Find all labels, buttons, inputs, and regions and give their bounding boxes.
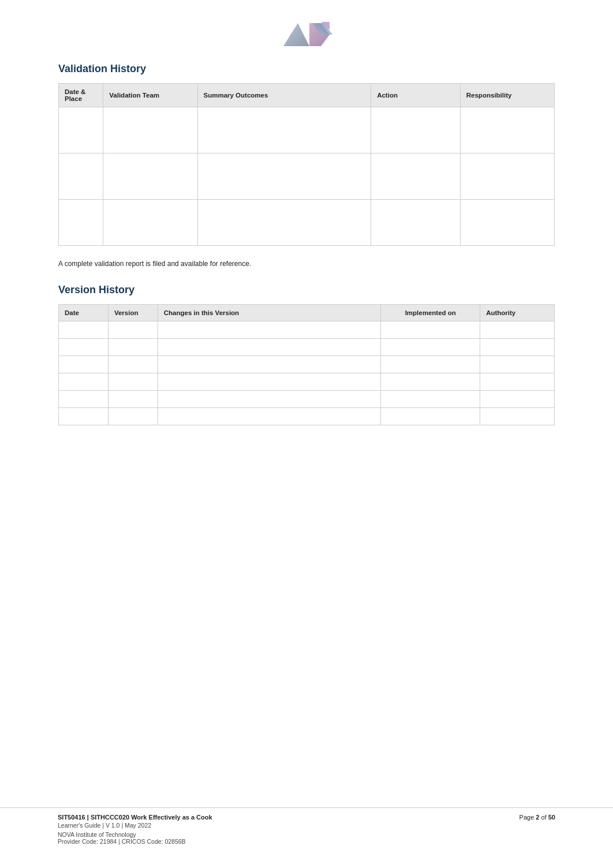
- footer-page-info: Page 2 of 50: [519, 814, 555, 821]
- ver-header-implemented: Implemented on: [381, 305, 480, 321]
- vh-cell: [103, 107, 197, 154]
- logo-icon: [278, 17, 335, 51]
- table-row: [59, 373, 555, 391]
- ver-cell: [158, 391, 381, 408]
- logo-container: [58, 17, 555, 53]
- ver-cell: [381, 373, 480, 391]
- vh-header-action: Action: [371, 84, 461, 107]
- validation-history-table: Date & Place Validation Team Summary Out…: [58, 83, 555, 246]
- ver-cell: [108, 356, 158, 373]
- ver-cell: [59, 408, 109, 425]
- table-row: [59, 107, 555, 154]
- vh-header-team: Validation Team: [103, 84, 197, 107]
- vh-cell: [103, 154, 197, 200]
- vh-cell: [197, 200, 371, 246]
- table-row: [59, 339, 555, 356]
- ver-cell: [108, 408, 158, 425]
- ver-cell: [480, 321, 555, 339]
- ver-cell: [480, 408, 555, 425]
- vh-header-summary: Summary Outcomes: [197, 84, 371, 107]
- vh-cell: [460, 154, 554, 200]
- footer: SIT50416 | SITHCCC020 Work Effectively a…: [0, 807, 613, 845]
- footer-guide-info: Learner's Guide | V 1.0 | May 2022: [58, 822, 212, 829]
- ver-header-version: Version: [108, 305, 158, 321]
- vh-cell: [460, 200, 554, 246]
- vh-cell: [103, 200, 197, 246]
- version-history-table: Date Version Changes in this Version Imp…: [58, 304, 555, 425]
- ver-cell: [381, 321, 480, 339]
- ver-cell: [59, 321, 109, 339]
- ver-cell: [381, 391, 480, 408]
- ver-cell: [480, 391, 555, 408]
- svg-marker-0: [283, 23, 309, 46]
- footer-page-label: Page: [519, 814, 536, 821]
- vh-cell: [59, 200, 103, 246]
- table-row: [59, 356, 555, 373]
- table-row: [59, 154, 555, 200]
- vh-header-date: Date & Place: [59, 84, 103, 107]
- vh-cell: [59, 107, 103, 154]
- ver-cell: [158, 356, 381, 373]
- vh-cell: [371, 107, 461, 154]
- ver-cell: [108, 339, 158, 356]
- vh-cell: [460, 107, 554, 154]
- vh-cell: [197, 107, 371, 154]
- vh-cell: [197, 154, 371, 200]
- footer-provider: NOVA Institute of Technology: [58, 831, 212, 838]
- ver-cell: [108, 391, 158, 408]
- ver-cell: [480, 356, 555, 373]
- ver-header-changes: Changes in this Version: [158, 305, 381, 321]
- ver-header-authority: Authority: [480, 305, 555, 321]
- version-history-title: Version History: [58, 284, 555, 296]
- ver-header-date: Date: [59, 305, 109, 321]
- table-row: [59, 408, 555, 425]
- validation-history-title: Validation History: [58, 63, 555, 75]
- footer-page-of: of: [539, 814, 548, 821]
- table-row: [59, 200, 555, 246]
- ver-cell: [158, 339, 381, 356]
- ver-cell: [381, 356, 480, 373]
- ver-cell: [108, 373, 158, 391]
- vh-cell: [371, 154, 461, 200]
- ver-cell: [108, 321, 158, 339]
- ver-cell: [59, 391, 109, 408]
- ver-cell: [158, 321, 381, 339]
- vh-header-responsibility: Responsibility: [460, 84, 554, 107]
- footer-page-total: 50: [548, 814, 555, 821]
- vh-cell: [59, 154, 103, 200]
- ver-cell: [381, 339, 480, 356]
- footer-provider-codes: Provider Code: 21984 | CRICOS Code: 0285…: [58, 838, 212, 845]
- ver-cell: [59, 356, 109, 373]
- ver-cell: [158, 408, 381, 425]
- vh-cell: [371, 200, 461, 246]
- table-row: [59, 321, 555, 339]
- validation-note: A complete validation report is filed an…: [58, 260, 555, 268]
- table-row: [59, 391, 555, 408]
- ver-cell: [480, 373, 555, 391]
- ver-cell: [158, 373, 381, 391]
- ver-cell: [381, 408, 480, 425]
- ver-cell: [59, 373, 109, 391]
- footer-course-code: SIT50416 | SITHCCC020 Work Effectively a…: [58, 814, 212, 821]
- ver-cell: [480, 339, 555, 356]
- ver-cell: [59, 339, 109, 356]
